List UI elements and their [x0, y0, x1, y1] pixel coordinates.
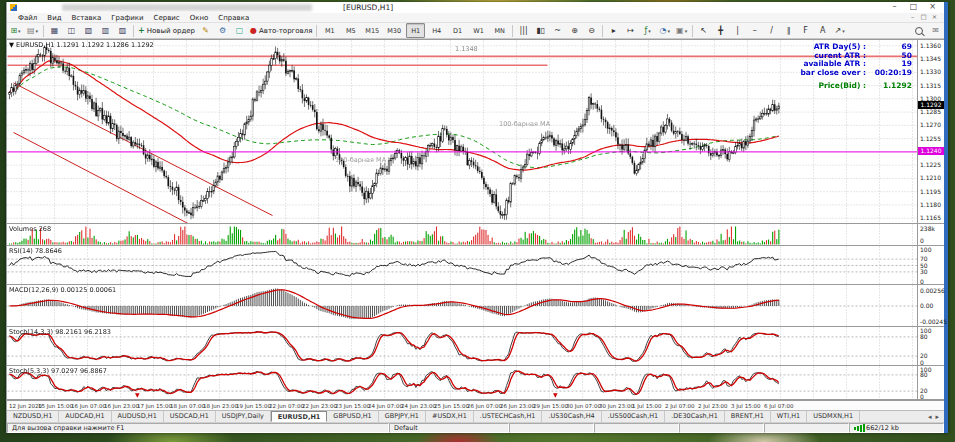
rsi-panel: RSI(14) 78.8646 1007050300	[7, 246, 944, 284]
timeframe-mn[interactable]: MN	[490, 23, 509, 38]
stochastic1-scale: 10080200	[918, 327, 944, 365]
timeframe-h1[interactable]: H1	[406, 23, 425, 38]
timeframe-m5[interactable]: M5	[341, 23, 360, 38]
line-chart-button[interactable]: ~	[550, 23, 565, 38]
zoom-out-button[interactable]: ⊖	[584, 23, 599, 38]
time-axis-label: 22 Jun 07:00	[269, 403, 304, 409]
terminal-button[interactable]: ▥	[98, 23, 113, 38]
channel-button[interactable]: ∥	[781, 23, 796, 38]
menu-Вид[interactable]: Вид	[42, 13, 66, 23]
text-button[interactable]: A	[815, 23, 830, 38]
options-button[interactable]: ⚙	[215, 23, 230, 38]
tab--us30cash-h4[interactable]: .US30Cash,H4	[542, 411, 601, 422]
menu-Окно[interactable]: Окно	[185, 13, 214, 23]
bars-button[interactable]: |||	[516, 23, 531, 38]
timeframe-d1[interactable]: D1	[448, 23, 467, 38]
periods-button[interactable]: ◔▾	[657, 23, 672, 38]
account-info-redacted	[62, 4, 312, 11]
stochastic2-canvas[interactable]	[7, 366, 917, 399]
menu-Файл[interactable]: Файл	[13, 13, 42, 23]
fibo-button[interactable]: F	[798, 23, 813, 38]
new-order-button[interactable]: +Новый ордер	[137, 23, 196, 38]
new-chart-button[interactable]: ⊞▾	[8, 23, 23, 38]
metaeditor-button[interactable]: ✎	[198, 23, 213, 38]
tab-usdcad-h1[interactable]: USDCAD,H1	[164, 411, 216, 422]
price-scale-label: 1.1195	[918, 188, 944, 195]
stochastic1-canvas[interactable]	[7, 327, 917, 365]
tab--usdx-h1[interactable]: #USDX,H1	[426, 411, 474, 422]
profiles-button[interactable]: ▤▾	[25, 23, 40, 38]
auto-scroll-button[interactable]: ▸	[606, 23, 621, 38]
time-axis-label: 24 Jun 23:00	[401, 403, 436, 409]
status-profile[interactable]: Default	[389, 423, 509, 433]
market-watch-icon: ▦	[51, 26, 59, 35]
tab-eurusd-h1[interactable]: EURUSD,H1	[271, 411, 328, 422]
status-bar: Для вызова справки нажмите F1Default662/…	[7, 422, 944, 433]
fullscreen-button[interactable]: ▢	[232, 23, 247, 38]
close-button[interactable]: ×	[923, 2, 942, 13]
crosshair-icon: ╋	[718, 26, 723, 35]
chevron-down-icon: ▾	[36, 28, 39, 34]
strategy-tester-button[interactable]: ▨	[115, 23, 130, 38]
resistance-line-label: 1.1348	[455, 45, 478, 53]
tab-audcad-h1[interactable]: AUDCAD,H1	[59, 411, 111, 422]
timeframe-m15[interactable]: M15	[362, 23, 382, 38]
menu-Сервис[interactable]: Сервис	[149, 13, 185, 23]
child-close-button[interactable]: ×	[929, 13, 940, 22]
menu-Вставка[interactable]: Вставка	[67, 13, 107, 23]
menu-Справка[interactable]: Справка	[213, 13, 254, 23]
indicators-button[interactable]: ƒ▾	[640, 23, 655, 38]
crosshair-button[interactable]: ╋	[713, 23, 728, 38]
tab-audusd-h1[interactable]: AUDUSD,H1	[112, 411, 164, 422]
minimize-button[interactable]: –	[885, 2, 904, 13]
arrows-tool-button[interactable]: ↗▾	[832, 23, 847, 38]
volumes-canvas[interactable]	[7, 224, 917, 245]
time-axis-label: 2 Jul 23:00	[698, 403, 727, 409]
chart-shift-button[interactable]: ↦	[623, 23, 638, 38]
tab-scroll-right-icon[interactable]: ▸	[933, 413, 941, 421]
chevron-down-icon: ▾	[685, 28, 688, 34]
navigator-button[interactable]: ▧	[81, 23, 96, 38]
vline-button[interactable]: |	[730, 23, 745, 38]
new-order-label: Новый ордер	[147, 27, 195, 35]
tab-brent-h1[interactable]: BRENT,H1	[725, 411, 771, 422]
zoom-in-button[interactable]: ⊕	[567, 23, 582, 38]
timeframe-m1[interactable]: M1	[320, 23, 339, 38]
tab-usdmxn-h1[interactable]: USDMXN,H1	[807, 411, 860, 422]
templates-button[interactable]: ▣▾	[674, 23, 689, 38]
status-help-text: Для вызова справки нажмите F1	[7, 423, 389, 433]
timeframe-m30[interactable]: M30	[384, 23, 404, 38]
autotrading-button[interactable]: ●Авто-торговля	[249, 23, 313, 38]
search-button[interactable]	[911, 23, 926, 38]
macd-canvas[interactable]	[7, 285, 917, 326]
tab-scroll-left-icon[interactable]: ◂	[926, 413, 934, 421]
community-button[interactable]: ✉	[928, 23, 943, 38]
child-restore-button[interactable]: □	[918, 13, 929, 22]
tab--de30cash-h1[interactable]: .DE30Cash,H1	[665, 411, 725, 422]
maximize-button[interactable]: □	[904, 2, 923, 13]
tab--ustechcash-h1[interactable]: .USTECHCash,H1	[474, 411, 543, 422]
trendline-button[interactable]: /	[764, 23, 779, 38]
toolbar-separator	[692, 25, 693, 37]
macd-label: MACD(12,26,9) 0.00125 0.00061	[9, 286, 116, 294]
tab-gbpusd-h1[interactable]: GBPUSD,H1	[327, 411, 378, 422]
timeframe-w1[interactable]: W1	[469, 23, 488, 38]
child-minimize-button[interactable]: –	[907, 13, 918, 22]
tab-nzdusd-h1[interactable]: NZDUSD,H1	[7, 411, 59, 422]
tab-gbpjpy-h1[interactable]: GBPJPY,H1	[379, 411, 426, 422]
mt4-window: [EURUSD,H1] – □ × ФайлВидВставкаГрафикиС…	[6, 2, 948, 433]
tab-wti-h1[interactable]: WTI,H1	[771, 411, 807, 422]
timeframe-h4[interactable]: H4	[427, 23, 446, 38]
market-watch-button[interactable]: ▦	[47, 23, 62, 38]
menu-Графики[interactable]: Графики	[106, 13, 148, 23]
data-window-button[interactable]: ◫	[64, 23, 79, 38]
rsi-canvas[interactable]	[7, 246, 917, 284]
tab-usdjpy-daily[interactable]: USDJPY,Daily	[216, 411, 271, 422]
status-cell	[764, 423, 849, 433]
cursor-button[interactable]: ↖	[696, 23, 711, 38]
price-scale[interactable]: 1.13601.13451.13301.13151.13001.12851.12…	[918, 40, 944, 223]
tab--us500cash-h1[interactable]: .US500Cash,H1	[602, 411, 665, 422]
macd-scale-label: -0.00245	[918, 318, 944, 325]
candles-button[interactable]: ▮▯	[533, 23, 548, 38]
hline-button[interactable]: –	[747, 23, 762, 38]
